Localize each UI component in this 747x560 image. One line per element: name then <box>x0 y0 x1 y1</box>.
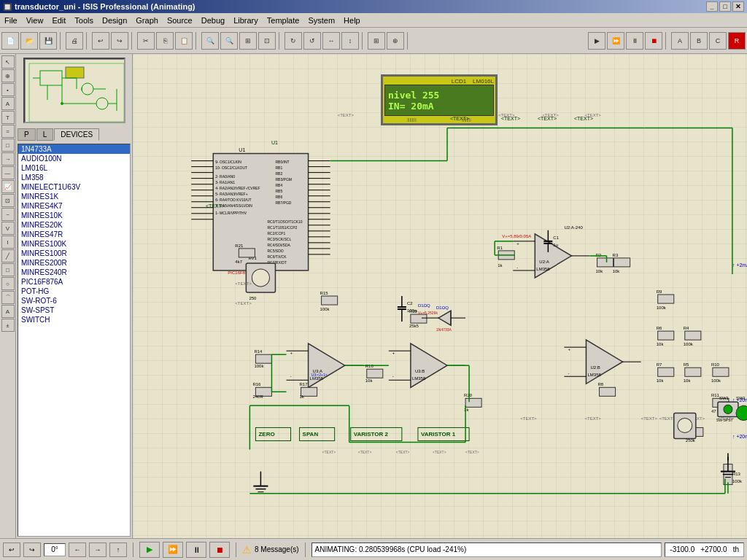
symbol-tool[interactable]: ± <box>1 319 15 332</box>
play-button[interactable]: ▶ <box>139 542 160 558</box>
pause-button[interactable]: ⏸ <box>186 542 206 558</box>
move-left-button[interactable]: ← <box>69 542 86 557</box>
zoom-area-button[interactable]: ⊡ <box>258 32 276 50</box>
circle-tool[interactable]: ○ <box>1 277 15 290</box>
new-button[interactable]: 📄 <box>1 32 19 50</box>
print-button[interactable]: 🖨 <box>66 32 83 50</box>
step-button[interactable]: ⏩ <box>163 542 183 558</box>
sim-control-3[interactable]: ⏸ <box>626 32 643 50</box>
minimize-button[interactable]: _ <box>706 1 718 12</box>
box-tool[interactable]: □ <box>1 263 15 276</box>
zoom-out-button[interactable]: 🔍 <box>220 32 238 50</box>
device-item[interactable]: 1N4733A <box>18 144 130 154</box>
device-item[interactable]: SWITCH <box>18 315 130 324</box>
sim-control-2[interactable]: ⏩ <box>607 32 624 50</box>
move-right-button[interactable]: → <box>89 542 107 557</box>
menu-debug[interactable]: Debug <box>197 15 229 26</box>
generator-tool[interactable]: ~ <box>1 208 15 221</box>
junction-tool[interactable]: • <box>1 83 15 96</box>
menu-library[interactable]: Library <box>229 15 263 26</box>
menu-template[interactable]: Template <box>263 15 304 26</box>
open-button[interactable]: 📂 <box>20 32 38 50</box>
device-item[interactable]: PIC16F876A <box>18 277 130 287</box>
maximize-button[interactable]: □ <box>719 1 731 12</box>
menu-edit[interactable]: Edit <box>47 15 70 26</box>
extra-btn-4[interactable]: R <box>728 32 746 50</box>
menu-source[interactable]: Source <box>163 15 197 26</box>
status-redo[interactable]: ↪ <box>23 542 41 557</box>
current-probe[interactable]: I <box>1 236 15 249</box>
voltage-probe[interactable]: V <box>1 222 15 235</box>
device-item[interactable]: MINRES1K <box>18 192 130 201</box>
device-item[interactable]: MINRES240R <box>18 268 130 277</box>
tape-tool[interactable]: ⊡ <box>1 194 15 207</box>
sim-control-4[interactable]: ⏹ <box>645 32 662 50</box>
cut-button[interactable]: ✂ <box>137 32 155 50</box>
tab-l[interactable]: L <box>36 128 54 141</box>
menu-help[interactable]: Help <box>339 15 365 26</box>
device-list[interactable]: 1N4733A AUDIO100N LM016L LM358 MINELECT1… <box>18 144 131 537</box>
device-item[interactable]: SW-ROT-6 <box>18 296 130 306</box>
redo-button[interactable]: ↪ <box>111 32 128 50</box>
device-item[interactable]: MINRES100R <box>18 249 130 258</box>
tab-p[interactable]: P <box>18 128 36 141</box>
device-item[interactable]: POT-HG <box>18 287 130 296</box>
grid-button[interactable]: ⊞ <box>368 32 385 50</box>
device-item[interactable]: MINRES47R <box>18 230 130 239</box>
menu-tools[interactable]: Tools <box>70 15 98 26</box>
menu-view[interactable]: View <box>22 15 48 26</box>
device-item[interactable]: LM358 <box>18 173 130 182</box>
device-item[interactable]: MINELECT1U63V <box>18 182 130 192</box>
device-item[interactable]: MINRES4K7 <box>18 201 130 211</box>
text2-tool[interactable]: A <box>1 305 15 318</box>
move-up-button[interactable]: ↑ <box>109 542 127 557</box>
save-button[interactable]: 💾 <box>39 32 57 50</box>
subcircuit-tool[interactable]: □ <box>1 139 15 152</box>
mirror-y-button[interactable]: ↕ <box>341 32 359 50</box>
paste-button[interactable]: 📋 <box>175 32 193 50</box>
rotate-ccw-button[interactable]: ↺ <box>303 32 321 50</box>
select-tool[interactable]: ↖ <box>1 55 15 69</box>
copy-button[interactable]: ⎘ <box>156 32 174 50</box>
device-item[interactable]: MINRES100K <box>18 239 130 249</box>
undo-button[interactable]: ↩ <box>92 32 109 50</box>
rotate-cw-button[interactable]: ↻ <box>285 32 302 50</box>
sim-control-1[interactable]: ▶ <box>588 32 605 50</box>
angle-input[interactable] <box>44 543 66 556</box>
extra-btn-1[interactable]: A <box>671 32 689 50</box>
text-marker-1: <TEXT> <box>450 116 469 121</box>
origin-button[interactable]: ⊕ <box>387 32 404 50</box>
device-item[interactable]: SW-SPST <box>18 306 130 315</box>
zoom-in-button[interactable]: 🔍 <box>201 32 219 50</box>
bus-tool[interactable]: = <box>1 125 15 138</box>
status-undo[interactable]: ↩ <box>3 542 20 557</box>
label-tool[interactable]: A <box>1 97 15 110</box>
close-button[interactable]: ✕ <box>732 1 744 12</box>
menu-file[interactable]: File <box>0 15 22 26</box>
menu-graph[interactable]: Graph <box>131 15 163 26</box>
device-item[interactable]: LM016L <box>18 163 130 173</box>
terminal-tool[interactable]: → <box>1 152 15 166</box>
extra-btn-2[interactable]: B <box>690 32 708 50</box>
device-item[interactable]: MINRES200R <box>18 258 130 268</box>
stop-button[interactable]: ⏹ <box>209 542 230 558</box>
line-tool[interactable]: ╱ <box>1 249 15 262</box>
device-item[interactable]: MINRES10K <box>18 211 130 220</box>
pin-tool[interactable]: — <box>1 166 15 179</box>
svg-text:V+=5.2529k: V+=5.2529k <box>418 311 438 315</box>
text-tool[interactable]: T <box>1 111 15 124</box>
tab-devices[interactable]: DEVICES <box>54 128 99 141</box>
menu-design[interactable]: Design <box>98 15 131 26</box>
device-item[interactable]: MINRES20K <box>18 220 130 230</box>
extra-btn-3[interactable]: C <box>709 32 727 50</box>
zoom-all-button[interactable]: ⊞ <box>239 32 257 50</box>
arc-tool[interactable]: ⌒ <box>1 291 15 304</box>
schematic-canvas[interactable]: LCD1 LM016L nivel 255 IN= 20mA |||||||| … <box>133 54 747 538</box>
schematic-thumbnail[interactable] <box>23 58 125 123</box>
component-tool[interactable]: ⊕ <box>1 69 15 82</box>
graph-tool[interactable]: 📈 <box>1 180 15 193</box>
menu-system[interactable]: System <box>303 15 339 26</box>
app-icon: 🔲 <box>3 3 12 11</box>
device-item[interactable]: AUDIO100N <box>18 154 130 163</box>
mirror-x-button[interactable]: ↔ <box>322 32 340 50</box>
